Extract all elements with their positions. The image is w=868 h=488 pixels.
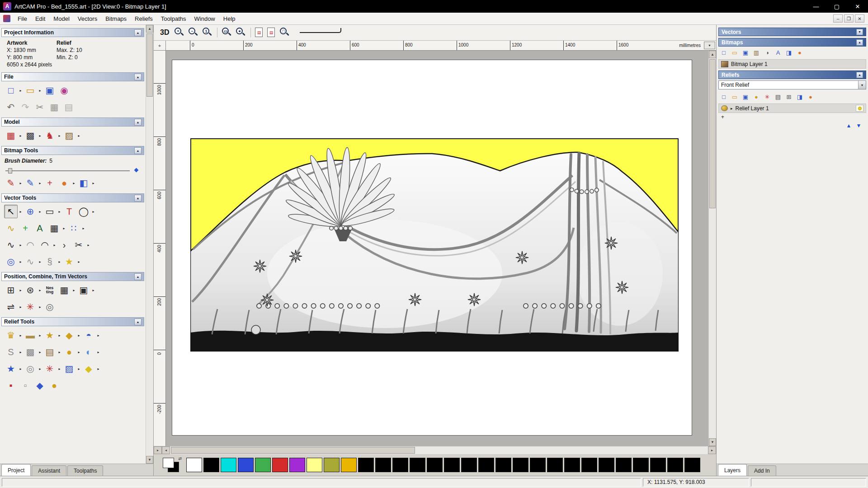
fit-curve-icon[interactable]: ∿	[24, 255, 37, 268]
transform-vectors-icon[interactable]: ⊕	[24, 205, 37, 218]
palette-swatch[interactable]	[667, 458, 683, 472]
freehand-curve-icon[interactable]: ∿	[4, 238, 18, 252]
palette-swatch[interactable]	[324, 458, 340, 472]
refresh-view-icon[interactable]: ▤	[267, 27, 276, 38]
flyout-arrow-icon[interactable]: ▸	[38, 255, 42, 268]
pan-view-icon[interactable]: ▤	[255, 27, 264, 38]
flyout-arrow-icon[interactable]: ▸	[38, 283, 42, 297]
flyout-arrow-icon[interactable]: ▸	[38, 176, 42, 190]
save-bitmap-icon[interactable]: ▣	[741, 48, 750, 56]
clipped-tool-icon-3[interactable]: ◆	[33, 379, 47, 392]
mirror-vectors-icon[interactable]: ⇌	[4, 300, 18, 314]
collapse-icon[interactable]: ▲	[856, 39, 863, 46]
flyout-arrow-icon[interactable]: ▸	[19, 300, 23, 314]
flyout-arrow-icon[interactable]: ▸	[91, 283, 95, 297]
contrast-icon[interactable]: ◑	[763, 48, 772, 56]
canvas-horizontal-scrollbar[interactable]: ▸ ◂ ▸	[154, 446, 716, 454]
switch-3d-view-button[interactable]: 3D	[158, 28, 171, 37]
colour-picker-icon[interactable]: +	[43, 176, 57, 190]
palette-swatch[interactable]	[392, 458, 408, 472]
palette-swatch[interactable]	[616, 458, 632, 472]
zoom-out-icon[interactable]: −	[188, 27, 199, 38]
menu-bitmaps[interactable]: Bitmaps	[101, 14, 131, 24]
palette-swatch[interactable]	[564, 458, 580, 472]
scrollbar-track[interactable]	[170, 446, 708, 454]
flyout-arrow-icon[interactable]: ▸	[38, 345, 42, 359]
create-star-icon[interactable]: ★	[62, 255, 76, 268]
scroll-down-icon[interactable]: ▼	[146, 456, 153, 464]
clipped-tool-icon-1[interactable]: ▪	[4, 379, 18, 392]
zoom-in-icon[interactable]: +	[174, 27, 185, 38]
swirl-relief-icon[interactable]: ◎	[24, 362, 37, 375]
new-model-icon[interactable]: □	[4, 84, 18, 97]
chevron-down-icon[interactable]: ▼	[858, 81, 866, 89]
bitmap-palette-icon[interactable]: ●	[795, 48, 804, 56]
menu-window[interactable]: Window	[190, 14, 219, 24]
flyout-arrow-icon[interactable]: ▸	[19, 84, 23, 97]
circular-array-icon[interactable]: ⊛	[24, 283, 37, 297]
flyout-arrow-icon[interactable]: ▸	[19, 255, 23, 268]
text-block-icon[interactable]: A	[33, 221, 47, 235]
line-style-selector[interactable]	[300, 28, 341, 37]
smart-engrave-icon[interactable]: S	[4, 345, 18, 359]
weave-relief-icon[interactable]: ▩	[24, 345, 37, 359]
flyout-arrow-icon[interactable]: ▸	[38, 300, 42, 314]
menu-vectors[interactable]: Vectors	[74, 14, 101, 24]
flyout-arrow-icon[interactable]: ▸	[19, 328, 23, 342]
flyout-arrow-icon[interactable]: ▸	[62, 221, 66, 235]
flyout-arrow-icon[interactable]: ▸	[57, 328, 61, 342]
flyout-arrow-icon[interactable]: ▸	[57, 129, 61, 142]
collapse-icon[interactable]: ▲	[134, 147, 142, 154]
palette-swatch[interactable]	[375, 458, 391, 472]
paint-selective-icon[interactable]: ✎	[24, 176, 37, 190]
menu-toolpaths[interactable]: Toolpaths	[157, 14, 190, 24]
palette-swatch[interactable]	[410, 458, 425, 472]
flood-fill-icon[interactable]: ◧	[77, 176, 90, 190]
expand-icon[interactable]: ▸	[731, 106, 733, 111]
paste-along-curve-icon[interactable]: ▣	[77, 283, 90, 297]
trim-vectors-icon[interactable]: ✂	[72, 238, 85, 252]
tab-layers[interactable]: Layers	[718, 464, 747, 476]
scroll-down-icon[interactable]: ▼	[709, 438, 716, 446]
palette-swatch[interactable]	[547, 458, 563, 472]
cut-icon[interactable]: ✂	[33, 100, 47, 114]
palette-swatch[interactable]	[495, 458, 511, 472]
flyout-arrow-icon[interactable]: ▸	[72, 283, 76, 297]
palette-swatch[interactable]	[581, 458, 597, 472]
flyout-arrow-icon[interactable]: ▸	[38, 328, 42, 342]
menu-reliefs[interactable]: Reliefs	[131, 14, 157, 24]
zoom-objects-icon[interactable]: ●	[236, 27, 246, 38]
primary-secondary-colours[interactable]: ⇄	[162, 456, 183, 474]
palette-swatch[interactable]	[289, 458, 305, 472]
slider-track[interactable]	[5, 170, 130, 171]
add-clipart-icon[interactable]: ♞	[43, 129, 57, 142]
mdi-restore-button[interactable]: ❐	[844, 14, 854, 23]
flyout-arrow-icon[interactable]: ▸	[19, 283, 23, 297]
flyout-arrow-icon[interactable]: ▸	[19, 362, 23, 375]
left-panel-scrollbar[interactable]: ▲ ▼	[146, 25, 153, 464]
zoom-1to1-icon[interactable]: 1	[202, 27, 213, 38]
flyout-arrow-icon[interactable]: ▸	[38, 129, 42, 142]
collapse-icon[interactable]: ▲	[134, 195, 142, 202]
flyout-arrow-icon[interactable]: ▸	[38, 205, 42, 218]
tab-add-in[interactable]: Add In	[748, 465, 776, 476]
set-model-size-icon[interactable]: ▦	[4, 129, 18, 142]
swap-colours-icon[interactable]: ⇄	[178, 456, 182, 461]
maximize-button[interactable]: ▢	[826, 0, 847, 13]
flyout-arrow-icon[interactable]: ▸	[19, 238, 23, 252]
delete-relief-icon[interactable]: ◨	[795, 93, 804, 101]
create-text-icon[interactable]: T	[62, 205, 76, 218]
deposit-relief-icon[interactable]: ◆	[62, 328, 76, 342]
dome2-relief-icon[interactable]: ◐	[82, 345, 95, 359]
close-button[interactable]: ✕	[847, 0, 868, 13]
create-rectangle-icon[interactable]: ▭	[43, 205, 57, 218]
create-cylinder-icon[interactable]: ◎	[4, 255, 18, 268]
pane-toggle-icon[interactable]: ▸	[154, 446, 162, 454]
flyout-arrow-icon[interactable]: ▸	[77, 255, 81, 268]
palette-swatch[interactable]	[307, 458, 322, 472]
menu-edit[interactable]: Edit	[31, 14, 49, 24]
relief-wizard2-icon[interactable]: ✳	[763, 93, 772, 101]
texture-relief-icon[interactable]: ▨	[62, 362, 76, 375]
flyout-arrow-icon[interactable]: ▸	[57, 205, 61, 218]
create-polyline-icon[interactable]: ∿	[4, 221, 18, 235]
